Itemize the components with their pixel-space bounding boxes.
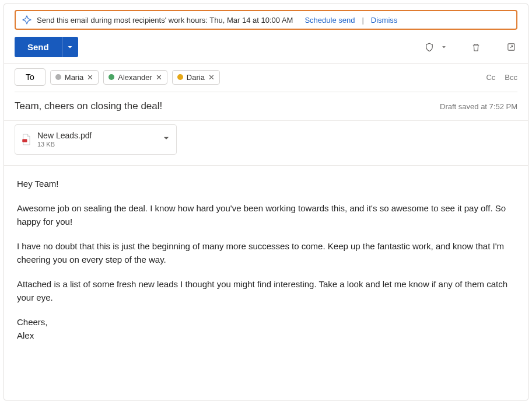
- shield-icon[interactable]: [423, 41, 436, 54]
- remove-recipient-icon[interactable]: ✕: [87, 74, 93, 81]
- remove-recipient-icon[interactable]: ✕: [208, 74, 215, 81]
- chevron-down-icon[interactable]: [440, 41, 447, 54]
- body-signature: Alex: [17, 329, 517, 343]
- subject-input[interactable]: Team, cheers on closing the deal!: [15, 100, 162, 112]
- recipient-chip[interactable]: Daria ✕: [172, 70, 220, 85]
- recipient-name: Daria: [187, 73, 205, 82]
- svg-rect-1: [22, 139, 27, 142]
- bcc-button[interactable]: Bcc: [505, 73, 517, 82]
- compose-window: Send this email during most recipients' …: [4, 4, 528, 400]
- recipient-name: Alexander: [118, 73, 152, 82]
- dismiss-link[interactable]: Dismiss: [371, 16, 398, 25]
- send-split-button: Send: [15, 37, 78, 57]
- message-body[interactable]: Hey Team! Awesome job on sealing the dea…: [4, 166, 528, 400]
- remove-recipient-icon[interactable]: ✕: [156, 74, 162, 81]
- presence-dot: [177, 74, 183, 80]
- draft-saved-label: Draft saved at 7:52 PM: [440, 102, 517, 111]
- body-greeting: Hey Team!: [17, 177, 517, 191]
- body-paragraph: Attached is a list of some fresh new lea…: [17, 278, 517, 304]
- popout-icon[interactable]: [505, 41, 517, 54]
- body-paragraph: I have no doubt that this is just the be…: [17, 240, 517, 266]
- body-signoff: Cheers,: [17, 316, 517, 329]
- cc-button[interactable]: Cc: [486, 73, 495, 82]
- attachments-area: New Leads.pdf 13 KB: [4, 121, 528, 166]
- banner-text: Send this email during most recipients' …: [37, 16, 293, 25]
- send-button[interactable]: Send: [15, 37, 62, 57]
- trash-icon[interactable]: [470, 41, 482, 54]
- toolbar: Send: [4, 34, 528, 63]
- sparkle-icon: [22, 15, 32, 25]
- separator: |: [362, 16, 363, 25]
- recipient-chip[interactable]: Alexander ✕: [103, 70, 167, 85]
- attachment-chip[interactable]: New Leads.pdf 13 KB: [15, 124, 177, 155]
- body-paragraph: Awesome job on sealing the deal. I know …: [17, 202, 517, 228]
- recipient-chip[interactable]: Maria ✕: [50, 70, 99, 85]
- attachment-name: New Leads.pdf: [37, 131, 92, 141]
- to-button[interactable]: To: [15, 68, 46, 86]
- pdf-file-icon: [21, 133, 32, 146]
- attachment-size: 13 KB: [37, 141, 92, 148]
- send-dropdown-button[interactable]: [62, 37, 78, 57]
- attachment-menu-button[interactable]: [162, 134, 170, 144]
- presence-dot: [55, 74, 61, 80]
- presence-dot: [108, 74, 114, 80]
- subject-row: Team, cheers on closing the deal! Draft …: [4, 92, 528, 120]
- recipient-name: Maria: [65, 73, 84, 82]
- schedule-send-link[interactable]: Schedule send: [304, 16, 355, 25]
- schedule-suggestion-banner: Send this email during most recipients' …: [15, 10, 517, 30]
- address-row: To Maria ✕ Alexander ✕ Daria ✕ Cc Bcc: [4, 64, 528, 86]
